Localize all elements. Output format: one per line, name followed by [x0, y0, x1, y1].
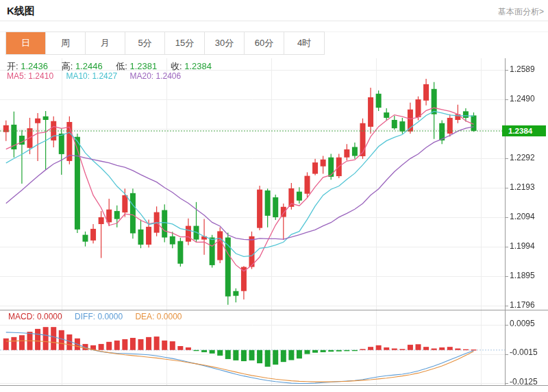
price-tick-label: 1.2094: [510, 212, 547, 221]
tab-周[interactable]: 周: [46, 32, 86, 54]
macd-tick-label: -0.0015: [510, 347, 547, 357]
open-value: 1.2436: [21, 61, 48, 71]
tab-30分[interactable]: 30分: [205, 32, 245, 54]
high-label: 高:: [62, 61, 73, 71]
tab-5分[interactable]: 5分: [125, 32, 165, 54]
price-tick-label: 1.1994: [510, 241, 547, 251]
tab-日[interactable]: 日: [6, 32, 46, 54]
macd-value-legend: MACD: 0.0000: [8, 312, 62, 321]
open-label: 开:: [7, 61, 18, 71]
price-tick-label: 1.1796: [510, 300, 547, 310]
diff-value-legend: DIFF: 0.0000: [75, 312, 123, 321]
price-tick-label: 1.2490: [510, 94, 547, 103]
macd-tick-label: -0.0125: [510, 377, 547, 387]
macd-tick-label: 0.0095: [510, 319, 547, 328]
kline-canvas[interactable]: [0, 58, 548, 387]
ma5-legend: MA5: 1.2410: [7, 71, 53, 81]
price-tick-label: 1.2292: [510, 153, 547, 162]
macd-legend: MACD: 0.0000 DIFF: 0.0000 DEA: 0.0000: [8, 312, 182, 321]
kline-page: K线图 基本面分析> 日周月5分15分30分60分4时 开: 1.2436 高:…: [0, 0, 548, 392]
dea-value-legend: DEA: 0.0000: [135, 312, 182, 321]
fundamental-analysis-link[interactable]: 基本面分析>: [498, 6, 544, 18]
page-title: K线图: [7, 5, 35, 18]
price-tick-label: 1.2193: [510, 182, 547, 192]
ma-legend: MA5: 1.2410 MA10: 1.2427 MA20: 1.2406: [7, 71, 181, 81]
price-tick-label: 1.1895: [510, 271, 547, 280]
title-divider: [0, 21, 548, 21]
price-tick-label: 1.2589: [510, 64, 547, 74]
tab-4时[interactable]: 4时: [284, 32, 324, 54]
period-tabs: 日周月5分15分30分60分4时: [5, 32, 325, 55]
high-value: 1.2446: [75, 61, 103, 71]
low-value: 1.2381: [130, 61, 158, 71]
tab-月[interactable]: 月: [86, 32, 125, 54]
close-value: 1.2384: [184, 61, 212, 71]
close-label: 收:: [171, 61, 182, 71]
low-label: 低:: [116, 61, 127, 71]
current-price-badge: 1.2384: [502, 125, 546, 136]
ma10-legend: MA10: 1.2427: [66, 71, 117, 81]
ma20-legend: MA20: 1.2406: [129, 71, 181, 81]
tab-60分[interactable]: 60分: [245, 32, 284, 54]
tab-15分[interactable]: 15分: [165, 32, 205, 54]
